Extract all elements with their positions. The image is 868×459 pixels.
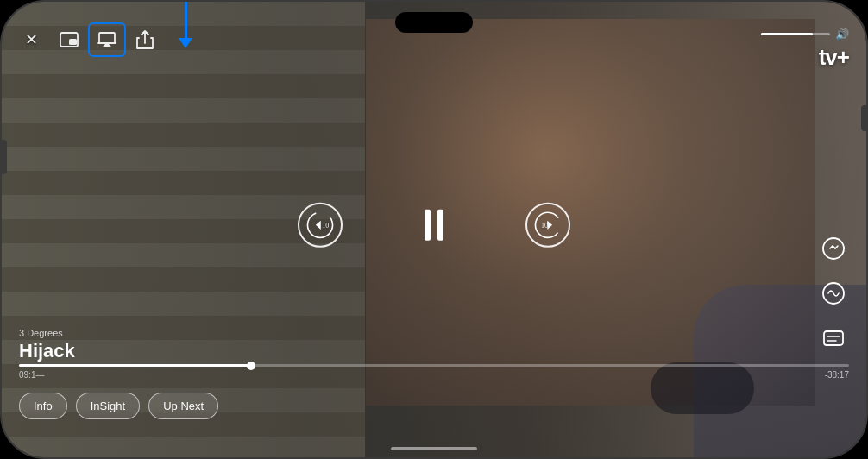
volume-control[interactable]: 🔊 (761, 28, 849, 41)
audio-button[interactable] (818, 278, 849, 309)
pause-button[interactable] (412, 203, 456, 248)
top-left-controls: ✕ (19, 28, 157, 52)
appletv-logo: tv+ (819, 44, 849, 71)
phone-side-button (2, 140, 7, 174)
airplay-button[interactable] (95, 28, 119, 52)
playback-controls: 10 10 (298, 203, 570, 248)
share-button[interactable] (133, 28, 157, 52)
svg-text:10: 10 (322, 222, 329, 230)
tab-insight[interactable]: InSight (76, 393, 140, 419)
show-subtitle: 3 Degrees (19, 328, 75, 338)
bottom-tabs: Info InSight Up Next (19, 393, 218, 419)
phone-power-button (861, 105, 866, 131)
current-time: 09:1— (19, 370, 44, 380)
pause-icon (425, 210, 443, 241)
airplay-highlight (88, 22, 126, 57)
phone-frame: ✕ (0, 0, 868, 459)
progress-container: 09:1— -38:17 (2, 364, 866, 380)
skip-forward-button[interactable]: 10 (525, 203, 570, 248)
volume-fill (761, 33, 813, 35)
close-button[interactable]: ✕ (19, 28, 43, 52)
home-indicator (391, 447, 477, 450)
remaining-time: -38:17 (825, 370, 849, 380)
svg-point-6 (823, 238, 844, 259)
ui-overlay: ✕ (2, 2, 866, 457)
svg-rect-1 (69, 39, 77, 45)
dynamic-island (395, 12, 473, 33)
right-controls (818, 233, 849, 354)
svg-text:10: 10 (541, 222, 548, 230)
progress-thumb (247, 362, 255, 370)
tab-info[interactable]: Info (19, 393, 67, 419)
show-info: 3 Degrees Hijack (19, 328, 75, 362)
time-labels: 09:1— -38:17 (19, 370, 849, 380)
show-title: Hijack (19, 340, 75, 362)
progress-fill (19, 364, 251, 367)
pip-button[interactable] (57, 28, 81, 52)
volume-icon: 🔊 (835, 28, 849, 41)
volume-track (761, 33, 830, 35)
progress-track[interactable] (19, 364, 849, 367)
tab-up-next[interactable]: Up Next (148, 393, 218, 419)
subtitles-button[interactable] (818, 323, 849, 354)
svg-rect-8 (824, 331, 843, 345)
skip-back-button[interactable]: 10 (298, 203, 343, 248)
playback-speed-button[interactable] (818, 233, 849, 264)
top-right-controls: 🔊 tv+ (761, 28, 849, 71)
